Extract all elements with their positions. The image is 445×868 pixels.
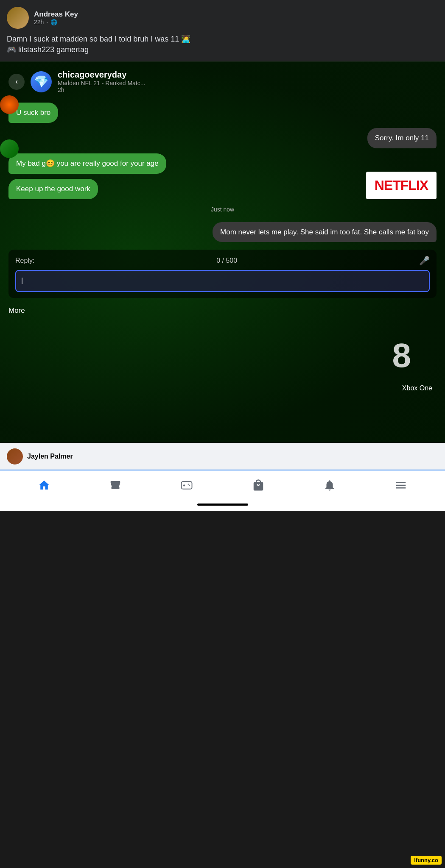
player-number: 8	[392, 336, 411, 375]
timestamp-just-now: Just now	[8, 206, 437, 213]
nav-gaming[interactable]	[174, 476, 200, 495]
svg-point-4	[189, 485, 190, 486]
controller-icon	[180, 479, 193, 492]
message-row: U suck bro	[8, 103, 437, 123]
nav-home[interactable]	[31, 476, 57, 495]
post-gamertag-line: 🎮 lilstash223 gamertag	[7, 45, 438, 55]
dot-separator: ·	[46, 19, 48, 25]
store-icon	[109, 479, 122, 492]
nav-menu[interactable]	[388, 476, 414, 495]
chat-header: ‹ 💎 chicagoeveryday Madden NFL 21 - Rank…	[8, 70, 437, 93]
bag-icon	[252, 479, 265, 492]
post-header: Andreas Key 22h · 🌐	[7, 7, 438, 29]
side-avatar-1	[0, 95, 19, 114]
post-text-line2: 🎮 lilstash223 gamertag	[7, 45, 89, 55]
message-row: Sorry. Im only 11	[8, 128, 437, 148]
jaylen-strip: Jaylen Palmer	[0, 443, 445, 470]
reply-section: Reply: 0 / 500 🎤	[8, 250, 437, 298]
back-button[interactable]: ‹	[8, 74, 25, 90]
home-indicator	[197, 504, 248, 506]
nav-marketplace[interactable]	[245, 476, 271, 495]
chat-user-avatar: 💎	[31, 71, 52, 92]
navigation-bar	[0, 470, 445, 500]
bell-icon	[323, 479, 336, 492]
post-meta: 22h · 🌐	[34, 19, 78, 25]
message-row: Mom never lets me play. She said im too …	[8, 222, 437, 242]
message-bubble-sent-2: Mom never lets me play. She said im too …	[213, 222, 437, 242]
netflix-badge: NETFLIX	[366, 172, 437, 199]
post-text-line1: Damn I suck at madden so bad I told bruh…	[7, 34, 438, 45]
chat-user-info: chicagoeveryday Madden NFL 21 - Ranked M…	[58, 70, 437, 93]
message-text-1: U suck bro	[16, 108, 50, 117]
message-text-2: Sorry. Im only 11	[375, 134, 429, 142]
reply-label: Reply:	[15, 257, 34, 264]
menu-icon	[395, 479, 407, 492]
bottom-nav: Jaylen Palmer	[0, 443, 445, 511]
reply-header: Reply: 0 / 500 🎤	[15, 256, 430, 266]
message-bubble-sent-1: Sorry. Im only 11	[367, 128, 437, 148]
nav-notifications[interactable]	[316, 476, 343, 495]
reply-count: 0 / 500	[216, 257, 237, 264]
xbox-screenshot: NETFLIX 8 Xbox One ‹ 💎 chicagoeveryday M…	[0, 61, 445, 443]
xbox-one-label: Xbox One	[402, 384, 432, 392]
home-icon	[38, 479, 50, 492]
message-row: My bad g😊 you are really good for your a…	[8, 153, 437, 174]
ifunny-watermark: ifunny.co	[411, 856, 442, 865]
reply-input-field[interactable]	[15, 270, 430, 292]
message-bubble-received-2: My bad g😊 you are really good for your a…	[8, 153, 166, 174]
more-button[interactable]: More	[8, 304, 437, 317]
jaylen-avatar	[7, 448, 23, 465]
mic-icon[interactable]: 🎤	[419, 256, 430, 266]
message-bubble-received-3: Keep up the good work	[8, 179, 98, 199]
diamond-icon: 💎	[34, 75, 49, 89]
facebook-post: Andreas Key 22h · 🌐 Damn I suck at madde…	[0, 0, 445, 61]
chat-username: chicagoeveryday	[58, 70, 437, 80]
left-side-avatars	[0, 95, 19, 184]
post-author-name: Andreas Key	[34, 10, 78, 19]
post-author-avatar	[7, 7, 29, 29]
side-avatar-2	[0, 139, 19, 158]
post-content: Damn I suck at madden so bad I told bruh…	[7, 34, 438, 55]
netflix-logo-text: NETFLIX	[375, 178, 428, 193]
post-time: 22h	[34, 19, 44, 25]
message-text-3: My bad g😊 you are really good for your a…	[16, 159, 159, 167]
chat-header-time: 2h	[58, 86, 437, 93]
post-user-info: Andreas Key 22h · 🌐	[34, 10, 78, 25]
message-text-4: Keep up the good work	[16, 185, 90, 193]
chat-game: Madden NFL 21 - Ranked Matc...	[58, 80, 437, 86]
jaylen-name: Jaylen Palmer	[27, 453, 73, 460]
globe-icon: 🌐	[50, 19, 57, 25]
message-text-5: Mom never lets me play. She said im too …	[220, 228, 429, 236]
svg-point-3	[188, 484, 189, 485]
nav-store[interactable]	[102, 476, 129, 495]
